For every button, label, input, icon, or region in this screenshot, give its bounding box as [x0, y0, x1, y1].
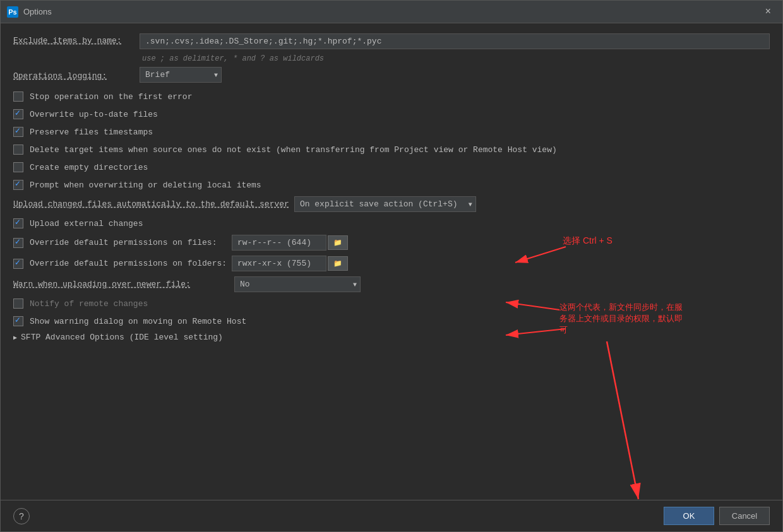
checkbox-stop-operation-input[interactable]	[13, 92, 23, 102]
checkbox-override-folders-input[interactable]	[13, 259, 23, 269]
checkbox-preserve-timestamps: Preserve files timestamps	[13, 126, 770, 138]
checkbox-delete-target: Delete target items when source ones do …	[13, 143, 770, 156]
dialog-footer: ? OK Cancel	[1, 500, 782, 531]
checkbox-preserve-timestamps-label[interactable]: Preserve files timestamps	[30, 127, 153, 137]
operations-logging-dropdown-wrapper: Brief Normal Verbose ▼	[140, 67, 222, 83]
upload-auto-select[interactable]: Always On explicit save action (Ctrl+S) …	[294, 196, 476, 212]
override-files-label[interactable]: Override default permissions on files:	[30, 238, 232, 247]
override-folders-label[interactable]: Override default permissions on folders:	[30, 259, 232, 268]
app-icon: Ps	[7, 6, 18, 18]
ok-button[interactable]: OK	[664, 507, 714, 525]
checkbox-create-empty-input[interactable]	[13, 162, 23, 172]
checkbox-notify-remote-label[interactable]: Notify of remote changes	[30, 299, 148, 309]
browse-files-button[interactable]: 📁	[328, 235, 348, 250]
checkbox-overwrite-input[interactable]	[13, 109, 23, 119]
checkbox-upload-external-label[interactable]: Upload external changes	[30, 219, 143, 228]
checkbox-create-empty: Create empty directories	[13, 161, 770, 174]
checkbox-prompt-overwriting: Prompt when overwriting or deleting loca…	[13, 179, 770, 191]
checkbox-prompt-overwriting-label[interactable]: Prompt when overwriting or deleting loca…	[30, 180, 261, 190]
browse-folders-button[interactable]: 📁	[328, 256, 348, 271]
checkbox-notify-remote-input[interactable]	[13, 299, 23, 309]
checkbox-show-warning-input[interactable]	[13, 316, 23, 326]
titlebar: Ps Options ×	[1, 1, 782, 23]
override-folders-row: Override default permissions on folders:…	[13, 256, 770, 271]
checkbox-show-warning: Show warning dialog on moving on Remote …	[13, 315, 770, 328]
footer-action-buttons: OK Cancel	[664, 507, 770, 525]
exclude-items-row: Exclude items by name:	[13, 33, 770, 49]
upload-auto-dropdown-wrapper: Always On explicit save action (Ctrl+S) …	[294, 196, 476, 212]
dialog-content: Exclude items by name: use ; as delimite…	[1, 23, 782, 500]
operations-logging-row: Operations logging: Brief Normal Verbose…	[13, 67, 770, 83]
operations-logging-select[interactable]: Brief Normal Verbose	[140, 67, 222, 83]
warn-newer-label: Warn when uploading over newer file:	[13, 280, 234, 289]
checkbox-show-warning-label[interactable]: Show warning dialog on moving on Remote …	[30, 317, 246, 326]
upload-auto-row: Upload changed files automatically to th…	[13, 196, 770, 212]
checkbox-upload-external-input[interactable]	[13, 218, 23, 228]
override-files-value-input[interactable]	[232, 235, 326, 251]
window-title: Options	[23, 7, 760, 16]
checkbox-delete-target-input[interactable]	[13, 145, 23, 155]
exclude-hint: use ; as delimiter, * and ? as wildcards	[142, 54, 770, 63]
checkbox-overwrite-label[interactable]: Overwrite up-to-date files	[30, 110, 158, 119]
exclude-items-input[interactable]	[140, 33, 770, 49]
cancel-button[interactable]: Cancel	[719, 507, 770, 525]
checkbox-prompt-overwriting-input[interactable]	[13, 180, 23, 190]
checkbox-overwrite: Overwrite up-to-date files	[13, 108, 770, 121]
help-button[interactable]: ?	[13, 508, 30, 524]
checkbox-stop-operation-label[interactable]: Stop operation on the first error	[30, 92, 192, 102]
close-button[interactable]: ×	[760, 4, 776, 20]
operations-logging-label: Operations logging:	[13, 69, 140, 81]
checkbox-delete-target-label[interactable]: Delete target items when source ones do …	[30, 145, 557, 155]
checkbox-override-files-input[interactable]	[13, 238, 23, 248]
sftp-section[interactable]: ▶ SFTP Advanced Options (IDE level setti…	[13, 333, 770, 342]
override-folders-value-input[interactable]	[232, 256, 326, 271]
override-files-row: Override default permissions on files: 📁	[13, 235, 770, 251]
sftp-label: SFTP Advanced Options (IDE level setting…	[21, 333, 223, 342]
checkbox-upload-external: Upload external changes	[13, 217, 770, 230]
checkbox-notify-remote: Notify of remote changes	[13, 297, 770, 310]
checkbox-stop-operation: Stop operation on the first error	[13, 90, 770, 103]
warn-newer-row: Warn when uploading over newer file: No …	[13, 276, 770, 292]
checkbox-create-empty-label[interactable]: Create empty directories	[30, 163, 148, 172]
checkbox-preserve-timestamps-input[interactable]	[13, 127, 23, 137]
warn-newer-select[interactable]: No Yes	[234, 276, 361, 292]
sftp-arrow-icon: ▶	[13, 334, 17, 341]
warn-newer-dropdown-wrapper: No Yes ▼	[234, 276, 361, 292]
options-dialog: Ps Options × Exclude items by name: use …	[0, 0, 783, 532]
exclude-items-label: Exclude items by name:	[13, 33, 140, 45]
upload-auto-label: Upload changed files automatically to th…	[13, 199, 289, 209]
